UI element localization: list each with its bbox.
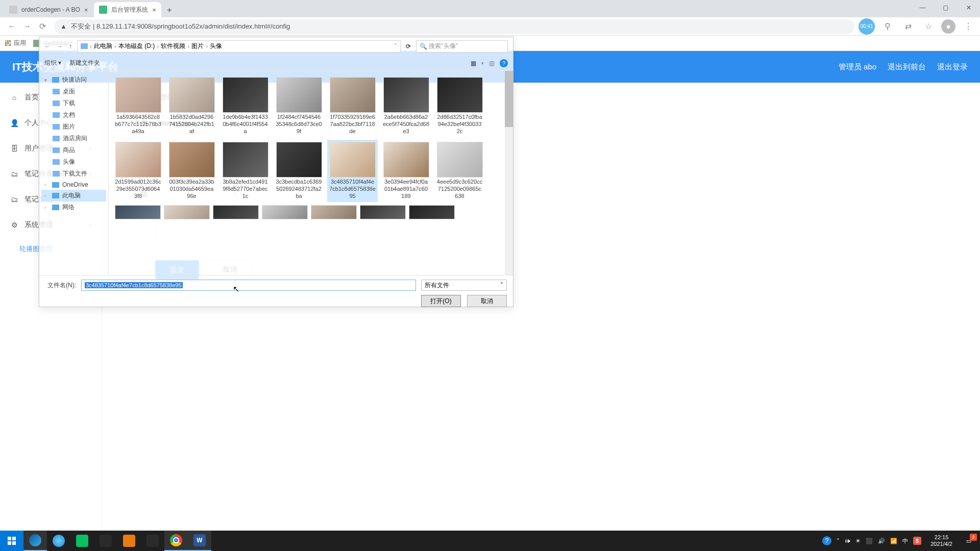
file-item[interactable]: 3c3becdba1c6369502692483712fa2ba — [274, 140, 324, 202]
tree-quick-access[interactable]: ▾快速访问 — [41, 74, 106, 86]
sogou-icon[interactable]: S — [913, 537, 921, 545]
admin-label[interactable]: 管理员 abo — [839, 62, 876, 72]
logout-link[interactable]: 退出登录 — [937, 62, 968, 72]
nav-reload-button[interactable]: ⟳ — [35, 19, 50, 34]
address-bar[interactable]: ▲ 不安全 | 8.129.11.174:9008/springboot1o52… — [54, 19, 854, 34]
translate-icon[interactable]: ⇄ — [900, 19, 916, 34]
tree-thispc[interactable]: ›此电脑 — [41, 190, 106, 202]
filetype-select[interactable]: 所有文件 ˅ — [421, 280, 507, 291]
tree-avatars[interactable]: 头像 — [41, 156, 106, 168]
taskbar-chrome[interactable] — [164, 531, 188, 551]
help-tray-icon[interactable]: ? — [822, 536, 831, 545]
taskbar-edge[interactable] — [23, 531, 47, 551]
taskbar-clock[interactable]: 22:15 2021/4/2 — [925, 534, 958, 547]
window-maximize[interactable]: ▢ — [934, 0, 957, 15]
file-item[interactable]: 2d1599ad012c36c29e355073d60643f8 — [113, 140, 163, 202]
window-close[interactable]: ✕ — [957, 0, 980, 15]
star-icon — [52, 77, 59, 83]
tab-close-icon[interactable]: × — [152, 6, 156, 14]
file-thumbnail — [169, 77, 215, 113]
path-seg-d[interactable]: 本地磁盘 (D:) — [118, 42, 155, 51]
tree-network[interactable]: ›网络 — [41, 202, 106, 213]
apps-button[interactable]: 应用 — [5, 39, 26, 47]
file-item-selected[interactable]: 3c4835710f4af4e7cb1c8d6575838e95 — [327, 140, 378, 202]
bookmark-star-icon[interactable]: ☆ — [921, 19, 936, 34]
goto-front-link[interactable]: 退出到前台 — [888, 62, 926, 72]
tree-goods[interactable]: 商品 — [41, 144, 106, 156]
tree-onedrive[interactable]: ›OneDrive — [41, 180, 106, 190]
taskbar-app1[interactable] — [94, 531, 117, 551]
file-item[interactable]: 1f2484cf745454635348c6d8d73ce09f — [274, 75, 324, 137]
filename-input[interactable]: 3c4835710f4af4e7cb1c8d6575838e95 — [81, 280, 416, 291]
chrome-menu-icon[interactable]: ⋮ — [961, 19, 976, 34]
dialog-open-button[interactable]: 打开(O) — [421, 295, 461, 307]
file-thumbnail[interactable] — [409, 205, 455, 219]
tree-pictures[interactable]: 图片 — [41, 121, 106, 133]
tray-icon[interactable]: ☀ — [855, 538, 861, 544]
taskbar-app3[interactable] — [141, 531, 164, 551]
taskbar-app2[interactable] — [117, 531, 141, 551]
newfolder-button[interactable]: 新建文件夹 — [69, 59, 100, 67]
dlg-forward-button[interactable]: → — [57, 43, 63, 50]
file-item[interactable]: 3e0394ee94fcf0a01b4ae891a7c60189 — [381, 140, 431, 202]
profile-avatar[interactable]: ● — [941, 19, 955, 34]
dialog-scrollbar[interactable] — [505, 71, 513, 275]
file-thumbnail[interactable] — [164, 205, 210, 219]
path-seg-pc[interactable]: 此电脑 — [94, 42, 112, 51]
path-seg-3[interactable]: 头像 — [210, 42, 222, 51]
tree-downloads[interactable]: 下载 — [41, 97, 106, 109]
translate-icon[interactable]: ⚲ — [880, 19, 895, 34]
file-item[interactable]: 4eee5d9c3c620cc7125200e09865c638 — [434, 140, 485, 202]
start-button[interactable] — [0, 531, 23, 551]
tray-icon[interactable]: 📶 — [890, 538, 897, 544]
taskbar-wechat[interactable] — [70, 531, 94, 551]
dialog-cancel-button[interactable]: 取消 — [467, 295, 507, 307]
taskbar-ie[interactable] — [47, 531, 70, 551]
tab-ordercodegen[interactable]: orderCodegen - A BO × — [4, 2, 93, 17]
tree-hotel[interactable]: 酒店房间 — [41, 133, 106, 144]
organize-button[interactable]: 组织 ▾ — [44, 59, 61, 67]
file-item[interactable]: 2d86d32517c0fba94e32bef4f300332c — [434, 75, 485, 137]
nav-back-button[interactable]: ← — [4, 19, 19, 34]
preview-pane-button[interactable]: ▥ — [489, 60, 495, 67]
tree-desktop[interactable]: 桌面 — [41, 86, 106, 97]
file-thumbnail[interactable] — [115, 205, 161, 219]
tab-close-icon[interactable]: × — [84, 6, 88, 14]
notification-center[interactable]: ▭ 2 — [958, 531, 980, 551]
file-thumbnail[interactable] — [360, 205, 406, 219]
ime-indicator[interactable]: 中 — [902, 537, 908, 545]
window-minimize[interactable]: ― — [911, 0, 934, 15]
file-item[interactable]: 3b8a2efed1cd4919f8d52770e7abec1c — [220, 140, 271, 202]
dlg-up-button[interactable]: ↑ — [69, 43, 72, 50]
scrollbar-thumb[interactable] — [505, 71, 513, 127]
path-seg-1[interactable]: 软件视频 — [161, 42, 185, 51]
file-item[interactable]: 1b5832d0ad429674152804b242fb1af — [166, 75, 217, 137]
tree-downloaded-files[interactable]: 下载文件 — [41, 168, 106, 180]
taskbar-word[interactable]: W — [188, 531, 211, 551]
file-item[interactable]: 1f70335929189e67aa822bc3bf7118de — [327, 75, 378, 137]
help-icon[interactable]: ? — [500, 59, 508, 67]
file-item[interactable]: 2a6ebb663d86a2ece5f7450fca2d68e3 — [381, 75, 431, 137]
dlg-refresh-button[interactable]: ⟳ — [406, 43, 411, 50]
file-item[interactable]: 003f3c39ea2a33b01030da54659ea96e — [166, 140, 217, 202]
tray-icon[interactable]: 🔊 — [878, 538, 885, 544]
dlg-back-button[interactable]: ← — [44, 43, 51, 50]
dialog-path-bar[interactable]: › 此电脑 › 本地磁盘 (D:) › 软件视频 › 图片 › 头像 ˅ — [77, 40, 401, 53]
view-dropdown-icon[interactable]: ▾ — [481, 61, 484, 66]
path-dropdown-icon[interactable]: ˅ — [394, 43, 397, 50]
file-item[interactable]: 1de9b6b4e3f14330b4f6c4001f4f554a — [220, 75, 271, 137]
file-thumbnail[interactable] — [213, 205, 259, 219]
path-seg-2[interactable]: 图片 — [191, 42, 204, 51]
tray-icon[interactable]: ⬛ — [866, 538, 873, 544]
file-thumbnail[interactable] — [311, 205, 357, 219]
tab-admin[interactable]: 后台管理系统 × — [94, 2, 161, 17]
nav-forward-button[interactable]: → — [19, 19, 35, 34]
file-item[interactable]: 1a5936643582c8b677c7c112b78b3a49a — [113, 75, 163, 137]
tray-overflow-icon[interactable]: ˄ — [837, 538, 840, 544]
dialog-search-input[interactable]: 🔍 搜索"头像" — [416, 40, 508, 53]
view-mode-button[interactable]: ▦ — [471, 60, 476, 67]
new-tab-button[interactable]: + — [162, 3, 177, 17]
tree-documents[interactable]: 文档 — [41, 109, 106, 121]
file-thumbnail[interactable] — [262, 205, 308, 219]
tray-icon[interactable]: 🕪 — [845, 538, 850, 544]
